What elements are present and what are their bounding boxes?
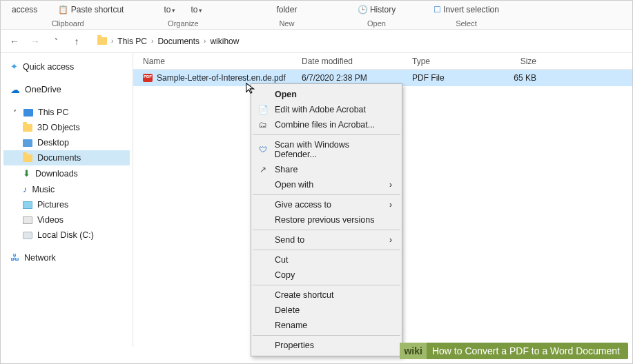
acrobat-icon: 🗂 <box>257 120 269 130</box>
ctx-open[interactable]: Open <box>251 87 402 102</box>
caption-banner: wiki How to Convert a PDF to a Word Docu… <box>400 343 628 359</box>
submenu-arrow-icon: › <box>389 180 392 190</box>
crumb-documents[interactable]: Documents <box>157 37 199 46</box>
file-type: PDF File <box>412 73 481 83</box>
shield-icon: 🛡 <box>257 145 269 154</box>
ribbon-group-new: folder New <box>238 1 335 28</box>
sidebar-local-disk[interactable]: Local Disk (C:) <box>3 228 130 243</box>
ctx-cut[interactable]: Cut <box>251 252 402 267</box>
star-icon: ✦ <box>10 61 18 72</box>
chevron-icon[interactable]: › <box>204 37 206 45</box>
ctx-scan-defender[interactable]: 🛡Scan with Windows Defender... <box>251 137 402 162</box>
ribbon-group-clipboard: access 📋 Paste shortcut Clipboard <box>8 1 128 28</box>
invert-selection[interactable]: ☐ Invert selection <box>434 5 499 14</box>
ctx-give-access[interactable]: Give access to› <box>251 197 402 212</box>
chevron-icon[interactable]: › <box>111 37 113 45</box>
nav-back[interactable]: ← <box>6 33 23 50</box>
expand-icon[interactable]: ˅ <box>10 109 19 117</box>
download-icon: ⬇ <box>23 168 30 179</box>
sidebar-quick-access[interactable]: ✦Quick access <box>3 59 130 74</box>
ribbon: access 📋 Paste shortcut Clipboard to▾ to… <box>1 1 632 30</box>
caption-text: How to Convert a PDF to a Word Document <box>432 345 620 356</box>
copy-to[interactable]: to▾ <box>191 5 202 14</box>
nav-forward[interactable]: → <box>27 33 43 50</box>
sidebar-network[interactable]: 🖧Network <box>3 250 130 265</box>
folder-icon <box>97 37 107 45</box>
disk-icon <box>23 232 32 239</box>
pc-icon <box>23 109 33 117</box>
col-date[interactable]: Date modified <box>302 57 412 66</box>
sidebar-videos[interactable]: Videos <box>3 212 130 228</box>
network-icon: 🖧 <box>10 252 19 263</box>
submenu-arrow-icon: › <box>389 200 392 210</box>
ribbon-group-select: ☐ Invert selection Select <box>418 1 514 28</box>
acrobat-icon: 📄 <box>257 105 269 114</box>
ribbon-group-organize: to▾ to▾ Organize <box>128 1 238 28</box>
cloud-icon: ☁ <box>10 84 20 95</box>
group-label-organize: Organize <box>168 19 199 28</box>
column-headers[interactable]: Name Date modified Type Size <box>133 53 632 70</box>
music-icon: ♪ <box>23 184 28 194</box>
sidebar-downloads[interactable]: ⬇Downloads <box>3 165 130 181</box>
group-label-clipboard: Clipboard <box>52 19 84 28</box>
sidebar: ✦Quick access ☁OneDrive ˅This PC 3D Obje… <box>1 53 133 347</box>
ctx-edit-acrobat[interactable]: 📄Edit with Adobe Acrobat <box>251 102 402 117</box>
wiki-badge: wiki <box>400 343 426 359</box>
ctx-properties[interactable]: Properties <box>251 338 402 353</box>
pdf-icon <box>143 74 153 82</box>
ribbon-group-open: 🕒 History Open <box>335 1 418 28</box>
crumb-root[interactable]: This PC <box>117 37 147 46</box>
new-folder[interactable]: folder <box>276 5 297 14</box>
address-bar: ← → ˅ ↑ › This PC › Documents › wikihow <box>1 30 632 53</box>
group-label-new: New <box>279 19 294 28</box>
crumb-wikihow[interactable]: wikihow <box>210 37 239 46</box>
sidebar-desktop[interactable]: Desktop <box>3 135 130 150</box>
file-size: 65 KB <box>481 73 536 83</box>
folder-icon <box>23 154 32 162</box>
share-icon: ↗ <box>257 165 269 174</box>
submenu-arrow-icon: › <box>389 235 392 245</box>
ctx-combine-acrobat[interactable]: 🗂Combine files in Acrobat... <box>251 117 402 132</box>
folder-icon <box>23 124 32 132</box>
context-menu: Open 📄Edit with Adobe Acrobat 🗂Combine f… <box>251 83 402 356</box>
ctx-create-shortcut[interactable]: Create shortcut <box>251 287 402 303</box>
ctx-send-to[interactable]: Send to› <box>251 232 402 247</box>
history-btn[interactable]: 🕒 History <box>358 5 396 14</box>
ctx-rename[interactable]: Rename <box>251 318 402 333</box>
group-label-open: Open <box>367 19 386 28</box>
sidebar-documents[interactable]: Documents <box>3 150 130 165</box>
nav-recent[interactable]: ˅ <box>48 33 64 50</box>
sidebar-onedrive[interactable]: ☁OneDrive <box>3 81 130 98</box>
desktop-icon <box>23 139 32 147</box>
ctx-delete[interactable]: Delete <box>251 303 402 318</box>
pin-access[interactable]: access <box>12 5 37 14</box>
col-type[interactable]: Type <box>412 57 481 66</box>
nav-up[interactable]: ↑ <box>68 33 85 50</box>
file-date: 6/7/2020 2:38 PM <box>302 73 412 83</box>
sidebar-music[interactable]: ♪Music <box>3 181 130 197</box>
picture-icon <box>23 201 32 209</box>
group-label-select: Select <box>456 19 477 28</box>
move-to[interactable]: to▾ <box>164 5 175 14</box>
ctx-share[interactable]: ↗Share <box>251 162 402 177</box>
sidebar-this-pc[interactable]: ˅This PC <box>3 105 130 120</box>
col-name[interactable]: Name <box>143 57 302 66</box>
sidebar-3d-objects[interactable]: 3D Objects <box>3 120 130 135</box>
video-icon <box>23 216 32 224</box>
file-name: Sample-Letter-of-Interest.en.de.pdf <box>157 73 286 83</box>
ctx-copy[interactable]: Copy <box>251 267 402 283</box>
ctx-open-with[interactable]: Open with› <box>251 177 402 192</box>
sidebar-pictures[interactable]: Pictures <box>3 197 130 212</box>
paste-shortcut[interactable]: 📋 Paste shortcut <box>58 5 124 14</box>
col-size[interactable]: Size <box>481 57 536 66</box>
chevron-icon[interactable]: › <box>151 37 153 45</box>
ctx-restore-versions[interactable]: Restore previous versions <box>251 212 402 228</box>
